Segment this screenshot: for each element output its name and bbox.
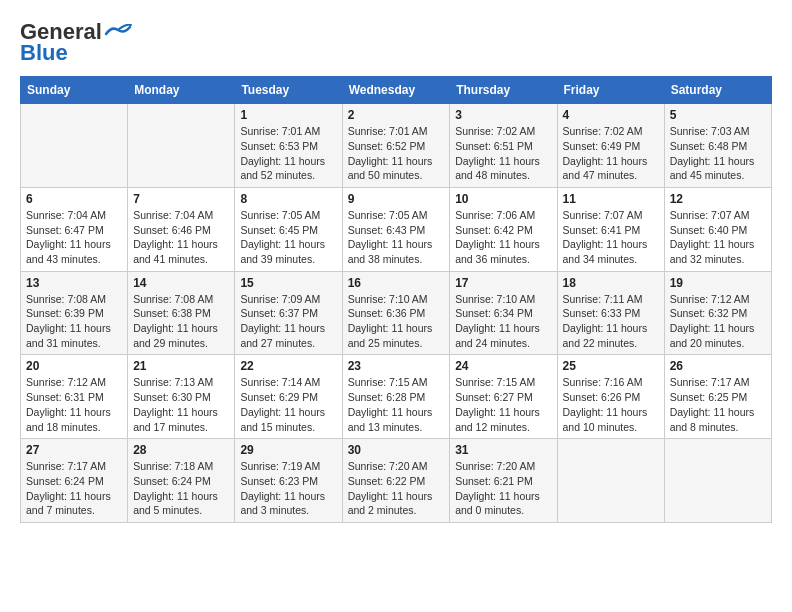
calendar-cell: 10Sunrise: 7:06 AM Sunset: 6:42 PM Dayli… [450, 187, 557, 271]
calendar-cell: 24Sunrise: 7:15 AM Sunset: 6:27 PM Dayli… [450, 355, 557, 439]
day-info: Sunrise: 7:07 AM Sunset: 6:41 PM Dayligh… [563, 208, 659, 267]
day-info: Sunrise: 7:13 AM Sunset: 6:30 PM Dayligh… [133, 375, 229, 434]
day-info: Sunrise: 7:20 AM Sunset: 6:21 PM Dayligh… [455, 459, 551, 518]
calendar-cell: 14Sunrise: 7:08 AM Sunset: 6:38 PM Dayli… [128, 271, 235, 355]
calendar-cell: 9Sunrise: 7:05 AM Sunset: 6:43 PM Daylig… [342, 187, 450, 271]
day-info: Sunrise: 7:02 AM Sunset: 6:51 PM Dayligh… [455, 124, 551, 183]
calendar-cell: 27Sunrise: 7:17 AM Sunset: 6:24 PM Dayli… [21, 439, 128, 523]
calendar-cell [21, 104, 128, 188]
day-info: Sunrise: 7:14 AM Sunset: 6:29 PM Dayligh… [240, 375, 336, 434]
calendar-week-row: 1Sunrise: 7:01 AM Sunset: 6:53 PM Daylig… [21, 104, 772, 188]
calendar-table: SundayMondayTuesdayWednesdayThursdayFrid… [20, 76, 772, 523]
day-info: Sunrise: 7:05 AM Sunset: 6:43 PM Dayligh… [348, 208, 445, 267]
calendar-cell: 29Sunrise: 7:19 AM Sunset: 6:23 PM Dayli… [235, 439, 342, 523]
day-number: 25 [563, 359, 659, 373]
calendar-cell: 1Sunrise: 7:01 AM Sunset: 6:53 PM Daylig… [235, 104, 342, 188]
day-info: Sunrise: 7:18 AM Sunset: 6:24 PM Dayligh… [133, 459, 229, 518]
day-number: 8 [240, 192, 336, 206]
day-number: 27 [26, 443, 122, 457]
calendar-cell: 4Sunrise: 7:02 AM Sunset: 6:49 PM Daylig… [557, 104, 664, 188]
weekday-header: Tuesday [235, 77, 342, 104]
calendar-cell [664, 439, 771, 523]
weekday-header: Sunday [21, 77, 128, 104]
day-number: 12 [670, 192, 766, 206]
day-number: 22 [240, 359, 336, 373]
day-info: Sunrise: 7:08 AM Sunset: 6:38 PM Dayligh… [133, 292, 229, 351]
weekday-header: Saturday [664, 77, 771, 104]
calendar-cell [557, 439, 664, 523]
day-info: Sunrise: 7:17 AM Sunset: 6:24 PM Dayligh… [26, 459, 122, 518]
day-info: Sunrise: 7:10 AM Sunset: 6:34 PM Dayligh… [455, 292, 551, 351]
calendar-week-row: 27Sunrise: 7:17 AM Sunset: 6:24 PM Dayli… [21, 439, 772, 523]
calendar-week-row: 20Sunrise: 7:12 AM Sunset: 6:31 PM Dayli… [21, 355, 772, 439]
logo-blue-text: Blue [20, 40, 68, 66]
day-info: Sunrise: 7:15 AM Sunset: 6:27 PM Dayligh… [455, 375, 551, 434]
day-number: 11 [563, 192, 659, 206]
calendar-cell: 25Sunrise: 7:16 AM Sunset: 6:26 PM Dayli… [557, 355, 664, 439]
day-info: Sunrise: 7:11 AM Sunset: 6:33 PM Dayligh… [563, 292, 659, 351]
day-info: Sunrise: 7:12 AM Sunset: 6:31 PM Dayligh… [26, 375, 122, 434]
calendar-cell: 17Sunrise: 7:10 AM Sunset: 6:34 PM Dayli… [450, 271, 557, 355]
day-info: Sunrise: 7:12 AM Sunset: 6:32 PM Dayligh… [670, 292, 766, 351]
calendar-header-row: SundayMondayTuesdayWednesdayThursdayFrid… [21, 77, 772, 104]
calendar-cell: 28Sunrise: 7:18 AM Sunset: 6:24 PM Dayli… [128, 439, 235, 523]
day-number: 9 [348, 192, 445, 206]
day-number: 18 [563, 276, 659, 290]
day-number: 29 [240, 443, 336, 457]
calendar-cell: 11Sunrise: 7:07 AM Sunset: 6:41 PM Dayli… [557, 187, 664, 271]
day-number: 3 [455, 108, 551, 122]
day-number: 24 [455, 359, 551, 373]
day-info: Sunrise: 7:16 AM Sunset: 6:26 PM Dayligh… [563, 375, 659, 434]
day-number: 23 [348, 359, 445, 373]
calendar-cell: 22Sunrise: 7:14 AM Sunset: 6:29 PM Dayli… [235, 355, 342, 439]
calendar-cell: 21Sunrise: 7:13 AM Sunset: 6:30 PM Dayli… [128, 355, 235, 439]
day-info: Sunrise: 7:15 AM Sunset: 6:28 PM Dayligh… [348, 375, 445, 434]
day-info: Sunrise: 7:20 AM Sunset: 6:22 PM Dayligh… [348, 459, 445, 518]
day-info: Sunrise: 7:08 AM Sunset: 6:39 PM Dayligh… [26, 292, 122, 351]
day-number: 30 [348, 443, 445, 457]
day-info: Sunrise: 7:01 AM Sunset: 6:53 PM Dayligh… [240, 124, 336, 183]
day-number: 20 [26, 359, 122, 373]
calendar-cell: 7Sunrise: 7:04 AM Sunset: 6:46 PM Daylig… [128, 187, 235, 271]
day-number: 4 [563, 108, 659, 122]
weekday-header: Friday [557, 77, 664, 104]
day-number: 16 [348, 276, 445, 290]
day-info: Sunrise: 7:04 AM Sunset: 6:47 PM Dayligh… [26, 208, 122, 267]
calendar-cell [128, 104, 235, 188]
day-number: 2 [348, 108, 445, 122]
weekday-header: Monday [128, 77, 235, 104]
day-number: 10 [455, 192, 551, 206]
day-number: 5 [670, 108, 766, 122]
day-number: 19 [670, 276, 766, 290]
calendar-cell: 6Sunrise: 7:04 AM Sunset: 6:47 PM Daylig… [21, 187, 128, 271]
day-info: Sunrise: 7:05 AM Sunset: 6:45 PM Dayligh… [240, 208, 336, 267]
logo: General Blue [20, 20, 132, 66]
day-info: Sunrise: 7:19 AM Sunset: 6:23 PM Dayligh… [240, 459, 336, 518]
day-info: Sunrise: 7:06 AM Sunset: 6:42 PM Dayligh… [455, 208, 551, 267]
day-number: 7 [133, 192, 229, 206]
calendar-cell: 19Sunrise: 7:12 AM Sunset: 6:32 PM Dayli… [664, 271, 771, 355]
day-number: 31 [455, 443, 551, 457]
calendar-cell: 26Sunrise: 7:17 AM Sunset: 6:25 PM Dayli… [664, 355, 771, 439]
day-info: Sunrise: 7:04 AM Sunset: 6:46 PM Dayligh… [133, 208, 229, 267]
calendar-cell: 15Sunrise: 7:09 AM Sunset: 6:37 PM Dayli… [235, 271, 342, 355]
day-number: 17 [455, 276, 551, 290]
calendar-cell: 31Sunrise: 7:20 AM Sunset: 6:21 PM Dayli… [450, 439, 557, 523]
calendar-cell: 13Sunrise: 7:08 AM Sunset: 6:39 PM Dayli… [21, 271, 128, 355]
calendar-week-row: 6Sunrise: 7:04 AM Sunset: 6:47 PM Daylig… [21, 187, 772, 271]
day-number: 13 [26, 276, 122, 290]
page-header: General Blue [20, 20, 772, 66]
calendar-cell: 3Sunrise: 7:02 AM Sunset: 6:51 PM Daylig… [450, 104, 557, 188]
calendar-cell: 30Sunrise: 7:20 AM Sunset: 6:22 PM Dayli… [342, 439, 450, 523]
day-info: Sunrise: 7:10 AM Sunset: 6:36 PM Dayligh… [348, 292, 445, 351]
day-info: Sunrise: 7:02 AM Sunset: 6:49 PM Dayligh… [563, 124, 659, 183]
calendar-cell: 20Sunrise: 7:12 AM Sunset: 6:31 PM Dayli… [21, 355, 128, 439]
day-number: 6 [26, 192, 122, 206]
calendar-cell: 16Sunrise: 7:10 AM Sunset: 6:36 PM Dayli… [342, 271, 450, 355]
weekday-header: Wednesday [342, 77, 450, 104]
logo-bird-icon [104, 24, 132, 42]
calendar-cell: 2Sunrise: 7:01 AM Sunset: 6:52 PM Daylig… [342, 104, 450, 188]
day-info: Sunrise: 7:03 AM Sunset: 6:48 PM Dayligh… [670, 124, 766, 183]
day-info: Sunrise: 7:01 AM Sunset: 6:52 PM Dayligh… [348, 124, 445, 183]
day-info: Sunrise: 7:07 AM Sunset: 6:40 PM Dayligh… [670, 208, 766, 267]
